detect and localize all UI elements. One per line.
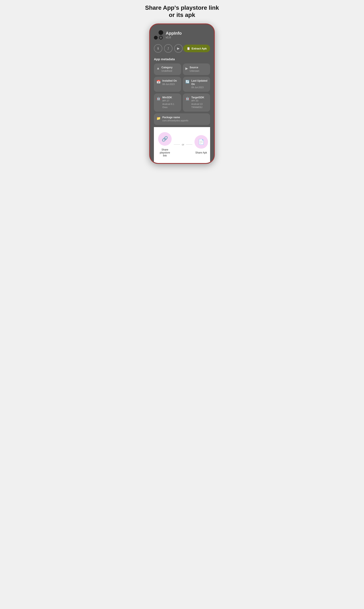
logo-dot-top: [158, 30, 163, 35]
share-link-icon: 🔗: [162, 136, 168, 142]
source-icon: ▶: [185, 66, 188, 70]
play-button[interactable]: ▶: [174, 44, 183, 53]
share-playstore-circle: 🔗: [158, 132, 172, 146]
extract-label: Extract Apk: [192, 47, 207, 50]
logo-dot-bottom-left: [154, 36, 158, 40]
share-icon: ⤴: [168, 47, 169, 50]
package-icon: 📁: [156, 116, 161, 120]
targetsdk-icon: 🤖: [185, 96, 190, 100]
share-sheet: 🔗 Share playstore link or 📄 Share Apk: [154, 127, 210, 163]
category-content: Category Undefined: [161, 66, 172, 73]
page-wrapper: Share App's playstore linkor its apk App…: [131, 4, 233, 164]
package-label: Package name: [162, 116, 188, 119]
targetsdk-value: API 33Android 13TIRAMISU: [191, 99, 204, 109]
category-icon: ▲: [156, 66, 160, 70]
share-apk-label: Share Apk: [195, 151, 207, 154]
minsdk-icon: 🤖: [156, 96, 161, 100]
action-row: ℹ ⤴ ▶ 📋 Extract Apk: [154, 44, 210, 53]
category-value: Undefined: [161, 69, 172, 73]
phone-container: AppInfo v1.0 ℹ ⤴ ▶: [146, 24, 218, 164]
or-divider: or: [174, 143, 192, 146]
installed-label: Installed On: [162, 79, 177, 83]
phone-frame: AppInfo v1.0 ℹ ⤴ ▶: [149, 24, 215, 164]
info-button[interactable]: ℹ: [154, 44, 162, 53]
package-content: Package name com.drhowdydoo.appinfo: [162, 116, 188, 122]
source-content: Source Unknown: [190, 66, 199, 73]
logo-dot-bottom-right: [159, 36, 163, 40]
metadata-card-source: ▶ Source Unknown: [183, 64, 210, 75]
updated-icon: 🔄: [185, 80, 190, 84]
minsdk-value: API 27Android 8.1 Oreo: [162, 99, 179, 109]
minsdk-label: MinSDK: [162, 96, 179, 99]
targetsdk-content: TargetSDK API 33Android 13TIRAMISU: [191, 96, 204, 109]
installed-content: Installed On 08-Jul-2023: [162, 79, 177, 86]
metadata-card-targetsdk: 🤖 TargetSDK API 33Android 13TIRAMISU: [183, 93, 210, 112]
package-value: com.drhowdydoo.appinfo: [162, 119, 188, 122]
page-title: Share App's playstore linkor its apk: [143, 4, 221, 18]
category-label: Category: [161, 66, 172, 69]
share-button[interactable]: ⤴: [164, 44, 172, 53]
installed-value: 08-Jul-2023: [162, 83, 177, 86]
share-playstore-label: Share playstore link: [158, 148, 172, 157]
share-playstore-option[interactable]: 🔗 Share playstore link: [158, 132, 172, 157]
info-icon: ℹ: [157, 47, 159, 50]
targetsdk-label: TargetSDK: [191, 96, 204, 99]
app-version: v1.0: [166, 36, 182, 39]
metadata-title: App metadata: [154, 57, 210, 61]
metadata-grid: ▲ Category Undefined ▶ Source Unknown: [154, 64, 210, 125]
app-name-block: AppInfo v1.0: [166, 31, 182, 39]
or-text: or: [182, 143, 184, 146]
updated-label: Last Updated On: [191, 79, 208, 86]
extract-icon: 📋: [187, 47, 190, 50]
source-value: Unknown: [190, 69, 199, 73]
metadata-card-package: 📁 Package name com.drhowdydoo.appinfo: [154, 113, 210, 125]
app-logo: [154, 30, 163, 40]
metadata-card-minsdk: 🤖 MinSDK API 27Android 8.1 Oreo: [154, 93, 181, 112]
minsdk-content: MinSDK API 27Android 8.1 Oreo: [162, 96, 179, 109]
app-name: AppInfo: [166, 31, 182, 36]
metadata-section: App metadata ▲ Category Undefined: [154, 57, 210, 125]
icon-buttons: ℹ ⤴ ▶: [154, 44, 183, 53]
updated-content: Last Updated On 09-Jul-2023: [191, 79, 208, 89]
extract-apk-button[interactable]: 📋 Extract Apk: [183, 45, 210, 52]
share-apk-icon: 📄: [198, 139, 204, 145]
play-icon: ▶: [177, 47, 180, 50]
share-apk-option[interactable]: 📄 Share Apk: [195, 135, 208, 154]
app-header: AppInfo v1.0: [154, 30, 210, 40]
metadata-card-category: ▲ Category Undefined: [154, 64, 181, 75]
installed-icon: 📅: [156, 80, 161, 84]
updated-value: 09-Jul-2023: [191, 86, 208, 89]
metadata-card-installed: 📅 Installed On 08-Jul-2023: [154, 77, 181, 92]
share-apk-circle: 📄: [195, 135, 208, 149]
phone-screen: AppInfo v1.0 ℹ ⤴ ▶: [150, 24, 214, 163]
source-label: Source: [190, 66, 199, 69]
metadata-card-updated: 🔄 Last Updated On 09-Jul-2023: [183, 77, 210, 92]
